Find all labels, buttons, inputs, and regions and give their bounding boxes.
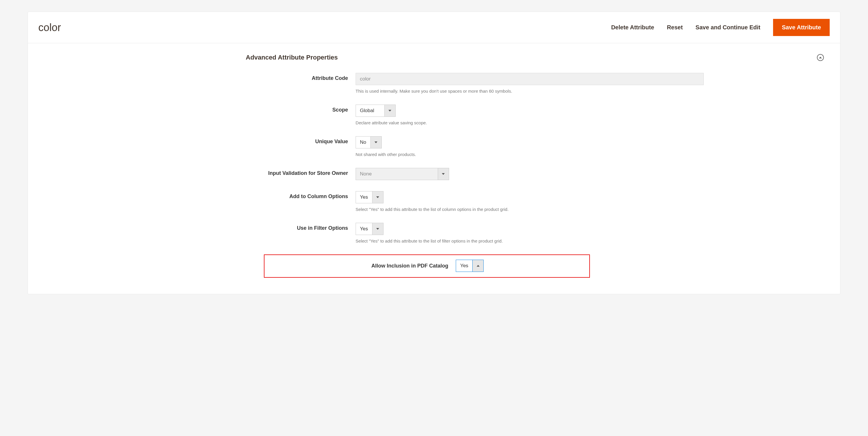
row-unique-value: Unique Value No Not shared with other pr… [42,136,826,157]
reset-button[interactable]: Reset [667,24,682,31]
attribute-edit-card: color Delete Attribute Reset Save and Co… [28,11,840,294]
chevron-down-icon [372,223,383,235]
chevron-down-icon [384,105,395,116]
chevron-up-icon [472,260,483,271]
save-attribute-button[interactable]: Save Attribute [773,19,830,36]
row-input-validation: Input Validation for Store Owner None [42,168,826,180]
section-header: Advanced Attribute Properties [246,54,826,61]
save-continue-button[interactable]: Save and Continue Edit [695,24,760,31]
row-scope: Scope Global Declare attribute value sav… [42,105,826,125]
delete-attribute-button[interactable]: Delete Attribute [611,24,654,31]
input-validation-value: None [356,168,438,180]
unique-value-select[interactable]: No [355,136,382,148]
header-actions: Delete Attribute Reset Save and Continue… [611,19,830,36]
input-validation-select: None [355,168,449,180]
chevron-down-icon [370,137,381,148]
label-input-validation: Input Validation for Store Owner [42,168,355,176]
note-add-to-column: Select "Yes" to add this attribute to th… [355,207,826,212]
add-to-column-select[interactable]: Yes [355,191,383,203]
row-attribute-code: Attribute Code This is used internally. … [42,73,826,93]
collapse-icon[interactable] [817,54,824,61]
add-to-column-value: Yes [356,192,372,203]
label-use-in-filter: Use in Filter Options [42,223,355,231]
label-add-to-column: Add to Column Options [42,191,355,200]
use-in-filter-select[interactable]: Yes [355,223,383,235]
page-title: color [38,22,61,34]
note-scope: Declare attribute value saving scope. [355,120,826,125]
label-unique-value: Unique Value [42,136,355,145]
note-attribute-code: This is used internally. Make sure you d… [355,89,826,93]
scope-select[interactable]: Global [355,105,396,117]
chevron-down-icon [438,168,449,180]
row-add-to-column: Add to Column Options Yes Select "Yes" t… [42,191,826,212]
attribute-code-input [355,73,704,85]
allow-pdf-value: Yes [456,260,472,271]
note-unique-value: Not shared with other products. [355,152,826,157]
highlight-allow-pdf: Allow Inclusion in PDF Catalog Yes [264,255,590,278]
note-use-in-filter: Select "Yes" to add this attribute to th… [355,238,826,243]
row-allow-pdf: Allow Inclusion in PDF Catalog Yes [264,255,826,278]
section-title: Advanced Attribute Properties [246,54,338,61]
content-area: Advanced Attribute Properties Attribute … [28,43,840,294]
page-header: color Delete Attribute Reset Save and Co… [28,12,840,43]
label-allow-pdf: Allow Inclusion in PDF Catalog [270,262,456,269]
label-scope: Scope [42,105,355,113]
chevron-down-icon [372,192,383,203]
scope-value: Global [356,105,384,116]
row-use-in-filter: Use in Filter Options Yes Select "Yes" t… [42,223,826,243]
unique-value-value: No [356,137,370,148]
use-in-filter-value: Yes [356,223,372,235]
label-attribute-code: Attribute Code [42,73,355,81]
allow-pdf-select[interactable]: Yes [456,260,484,272]
